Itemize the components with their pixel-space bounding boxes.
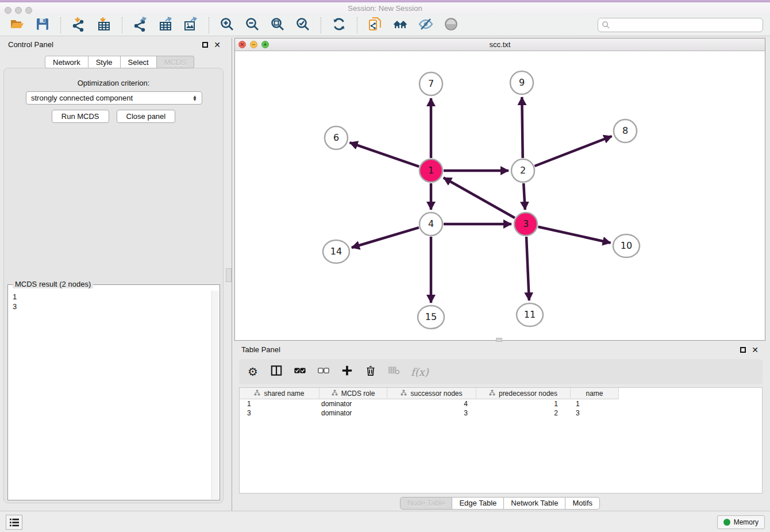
open-session-button[interactable]: [8, 16, 26, 34]
node-table[interactable]: shared nameMCDS rolesuccessor nodesprede…: [239, 387, 763, 494]
cell-name[interactable]: 3: [571, 408, 619, 418]
criterion-dropdown[interactable]: strongly connected component ▲▼: [26, 91, 202, 105]
column-header-name[interactable]: name: [571, 388, 619, 399]
node-7[interactable]: 7: [419, 72, 442, 95]
titlebar[interactable]: Session: New Session: [0, 2, 770, 15]
cell-shared-name[interactable]: 1: [240, 399, 319, 408]
tab-network[interactable]: Network: [45, 56, 88, 68]
cell-successor-nodes[interactable]: 4: [387, 399, 476, 408]
cell-predecessor-nodes[interactable]: 1: [476, 399, 571, 408]
toggle-panel-split-button[interactable]: [270, 364, 283, 379]
node-15[interactable]: 15: [418, 306, 444, 329]
search-input[interactable]: [613, 21, 759, 29]
export-network-button[interactable]: [131, 16, 149, 34]
network-window-titlebar[interactable]: ✕ − + scc.txt: [235, 38, 765, 51]
application-window: Session: New Session Control Panel ✕ Net…: [0, 0, 770, 532]
hide-all-columns-button[interactable]: [317, 364, 330, 379]
import-network-button[interactable]: [70, 16, 88, 34]
tab-motifs[interactable]: Motifs: [565, 497, 600, 510]
network-canvas[interactable]: 7968124314101511: [235, 51, 765, 340]
cell-shared-name[interactable]: 3: [240, 408, 319, 418]
zoom-out-button[interactable]: [243, 16, 261, 34]
node-9[interactable]: 9: [510, 71, 533, 94]
create-column-button[interactable]: [340, 364, 354, 379]
zoom-selected-button[interactable]: [294, 16, 312, 34]
export-table-button[interactable]: [156, 16, 175, 34]
column-header-MCDS-role[interactable]: MCDS role: [319, 388, 387, 399]
table-row[interactable]: 1dominator411: [240, 399, 762, 408]
table-row[interactable]: 3dominator323: [240, 408, 762, 418]
edge-3-11[interactable]: [526, 237, 529, 300]
edge-1-6[interactable]: [350, 142, 419, 167]
node-10[interactable]: 10: [613, 234, 640, 257]
cell-predecessor-nodes[interactable]: 2: [476, 408, 571, 418]
cell-name[interactable]: 1: [571, 399, 619, 408]
export-image-icon: [183, 17, 198, 34]
column-header-shared-name[interactable]: shared name: [240, 388, 319, 399]
tab-network-table[interactable]: Network Table: [504, 497, 565, 510]
toggle-panel-split-icon: [271, 365, 282, 379]
run-mcds-button[interactable]: Run MCDS: [52, 110, 109, 123]
close-panel-button[interactable]: Close panel: [117, 110, 176, 123]
node-14[interactable]: 14: [323, 240, 349, 263]
edge-3-1[interactable]: [444, 178, 515, 218]
hide-selected-button[interactable]: [417, 16, 435, 34]
mcds-result-list[interactable]: 13: [8, 290, 211, 499]
node-6[interactable]: 6: [325, 126, 348, 149]
vertical-splitter[interactable]: [232, 38, 232, 511]
node-label: 15: [425, 311, 437, 322]
first-neighbors-button[interactable]: [391, 16, 410, 34]
cell-successor-nodes[interactable]: 3: [387, 408, 476, 418]
control-panel-header: Control Panel ✕: [0, 38, 228, 54]
export-table-icon: [158, 17, 173, 34]
node-8[interactable]: 8: [614, 119, 637, 142]
zoom-in-button[interactable]: [218, 16, 236, 34]
node-1[interactable]: 1: [419, 159, 442, 182]
save-session-button[interactable]: [33, 16, 52, 34]
delete-column-button[interactable]: [364, 364, 378, 379]
cell-MCDS-role[interactable]: dominator: [319, 399, 387, 408]
show-log-button[interactable]: [6, 515, 22, 530]
network-graph[interactable]: 7968124314101511: [235, 51, 765, 340]
memory-button[interactable]: Memory: [717, 515, 765, 529]
column-header-label: shared name: [264, 390, 304, 398]
toolbar-separator: [321, 17, 321, 33]
table-float-icon[interactable]: [740, 347, 746, 353]
table-close-icon[interactable]: ✕: [752, 345, 759, 354]
edge-2-3[interactable]: [523, 183, 525, 210]
show-all-columns-button[interactable]: [293, 364, 307, 379]
tab-style[interactable]: Style: [88, 56, 121, 68]
node-4[interactable]: 4: [419, 213, 442, 236]
edge-2-8[interactable]: [535, 136, 612, 166]
export-image-button[interactable]: [182, 16, 200, 34]
refresh-layout-button[interactable]: [330, 16, 348, 34]
edge-4-14[interactable]: [352, 228, 419, 248]
horizontal-splitter-handle[interactable]: [496, 338, 502, 342]
result-scrollbar[interactable]: [211, 291, 219, 499]
show-hidden-button[interactable]: [442, 16, 460, 34]
tab-edge-table[interactable]: Edge Table: [452, 497, 504, 510]
edge-3-10[interactable]: [538, 227, 611, 243]
column-header-successor-nodes[interactable]: successor nodes: [387, 388, 476, 399]
function-builder-icon: f(x): [411, 366, 429, 378]
close-panel-icon[interactable]: ✕: [214, 40, 221, 49]
search-box[interactable]: [598, 18, 763, 32]
float-panel-icon[interactable]: [202, 42, 208, 48]
tab-select[interactable]: Select: [121, 56, 157, 68]
tab-node-table[interactable]: Node Table: [400, 497, 453, 510]
node-3[interactable]: 3: [514, 213, 537, 236]
function-builder-button: f(x): [411, 364, 429, 379]
tab-mcds[interactable]: MCDS: [157, 56, 194, 68]
column-header-predecessor-nodes[interactable]: predecessor nodes: [476, 388, 571, 399]
vertical-splitter-handle[interactable]: [226, 268, 232, 282]
node-2[interactable]: 2: [511, 159, 534, 182]
import-table-button[interactable]: [95, 16, 113, 34]
zoom-fit-icon: [270, 17, 285, 34]
cell-MCDS-role[interactable]: dominator: [319, 408, 387, 418]
clone-network-button[interactable]: [366, 16, 384, 34]
zoom-fit-button[interactable]: [268, 16, 287, 34]
column-settings-button[interactable]: ⚙: [246, 364, 260, 379]
edge-2-9[interactable]: [522, 97, 522, 158]
node-label: 14: [330, 246, 342, 257]
node-11[interactable]: 11: [517, 303, 543, 326]
